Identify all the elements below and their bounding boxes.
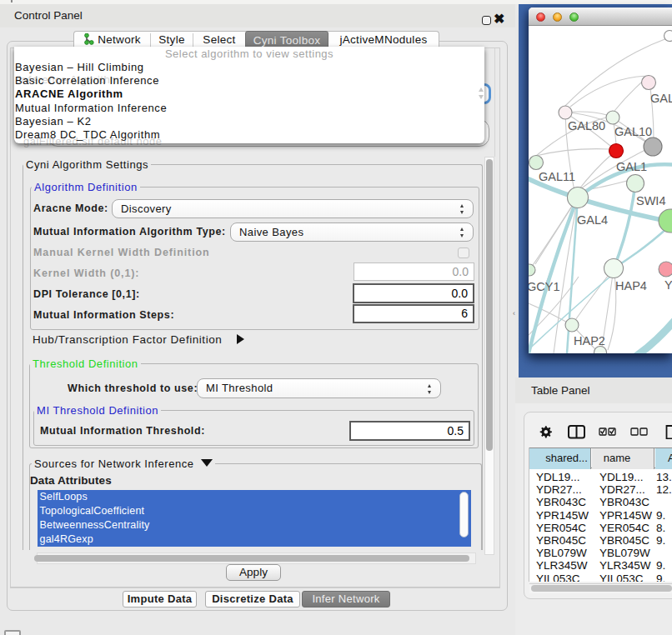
svg-text:GAL11: GAL11 bbox=[539, 170, 575, 183]
svg-text:GAL4: GAL4 bbox=[577, 213, 608, 227]
svg-text:GCY1: GCY1 bbox=[529, 280, 560, 293]
svg-text:HAP2: HAP2 bbox=[574, 334, 605, 348]
svg-text:GAL1: GAL1 bbox=[616, 160, 647, 173]
svg-text:Y: Y bbox=[664, 278, 672, 292]
svg-text:GAL80: GAL80 bbox=[568, 119, 605, 132]
svg-text:SWI4: SWI4 bbox=[636, 194, 665, 208]
svg-text:HAP4: HAP4 bbox=[615, 279, 647, 292]
svg-text:GAL: GAL bbox=[650, 92, 672, 105]
svg-text:GAL10: GAL10 bbox=[614, 125, 652, 138]
